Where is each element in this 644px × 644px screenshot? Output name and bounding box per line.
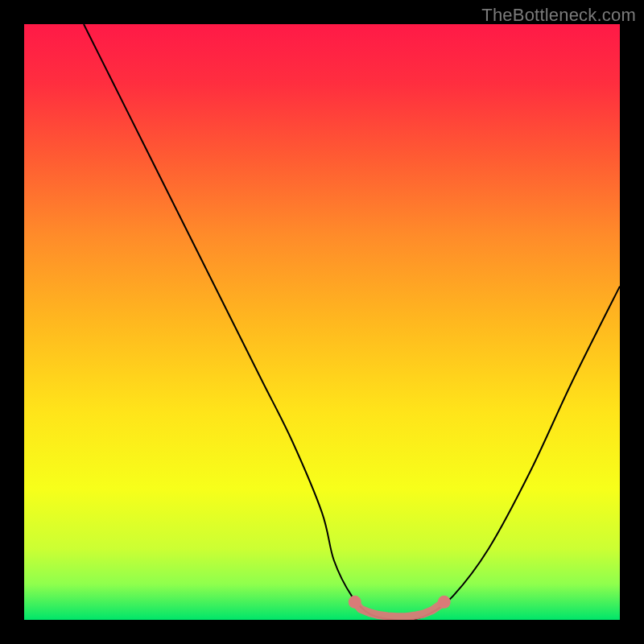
svg-point-0 <box>349 596 361 609</box>
gradient-bg <box>24 24 620 620</box>
plot-area <box>24 24 620 620</box>
chart-svg <box>24 24 620 620</box>
svg-point-1 <box>438 596 451 609</box>
watermark-text: TheBottleneck.com <box>481 5 636 26</box>
chart-frame: TheBottleneck.com <box>0 0 644 644</box>
